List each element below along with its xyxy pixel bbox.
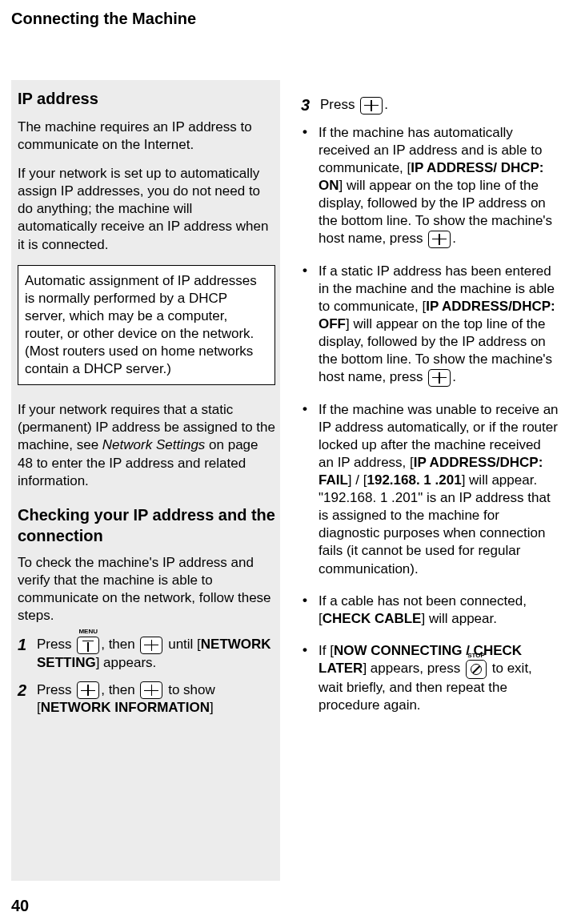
text: Press [320,97,359,112]
bullet-body: If the machine has automatically receive… [319,124,559,248]
paragraph: If your network requires that a static (… [18,401,275,489]
bullet-marker: • [301,593,319,609]
step-2: 2 Press , then to show [NETWORK INFORMAT… [18,681,275,717]
step-3: 3 Press . [301,96,559,114]
nav-button-icon [428,231,451,248]
bullet-marker: • [301,642,319,658]
bullet-item: • If a static IP address has been entere… [301,263,559,387]
text: ] will appear. "192.168. 1 .201" is an I… [319,472,551,576]
bullet-marker: • [301,263,319,279]
text: . [384,97,388,112]
reference-link: Network Settings [102,437,206,452]
text: . [452,369,456,384]
nav-button-icon [360,97,383,114]
bullet-body: If the machine was unable to receive an … [319,401,559,578]
text: If [ [319,643,334,658]
button-label: STOP [467,652,485,660]
left-column: IP address The machine requires an IP ad… [11,80,280,881]
text: ] will appear. [421,611,497,626]
nav-button-icon [77,681,99,699]
bullet-marker: • [301,401,319,417]
step-number: 3 [301,96,320,114]
step-number: 1 [18,636,37,653]
note-box: Automatic assignment of IP addresses is … [18,265,275,386]
text: , then [101,682,138,697]
bullet-item: • If the machine was unable to receive a… [301,401,559,578]
page-title: Connecting the Machine [0,0,565,29]
step-1: 1 Press MENU, then until [NETWORK SETTIN… [18,636,275,672]
paragraph: The machine requires an IP address to co… [18,119,275,154]
step-body: Press . [320,96,559,114]
text: ] / [ [348,472,367,488]
nav-button-icon [140,681,162,699]
heading-checking-ip: Checking your IP address and the connect… [18,504,275,546]
text: , then [101,637,138,652]
stop-button-icon: STOP [464,660,488,679]
menu-button-icon: MENU [75,636,101,654]
text: Press [37,637,75,652]
display-term: CHECK CABLE [323,611,422,626]
bullet-item: • If a cable has not been connected, [CH… [301,593,559,628]
step-body: Press MENU, then until [NETWORK SETTING]… [37,636,275,672]
right-column: 3 Press . • If the machine has automatic… [301,80,559,881]
step-body: Press , then to show [NETWORK INFORMATIO… [37,681,275,717]
bullet-marker: • [301,124,319,140]
text: . [452,231,456,246]
nav-button-icon [428,369,451,387]
content-columns: IP address The machine requires an IP ad… [11,80,559,881]
text: Press [37,682,75,697]
paragraph: If your network is set up to automatical… [18,165,275,253]
display-term: 192.168. 1 .201 [367,472,461,488]
step-number: 2 [18,681,37,699]
bullet-body: If a static IP address has been entered … [319,263,559,387]
paragraph: To check the machine's IP address and ve… [18,554,275,625]
text: ] appears, press [363,661,464,676]
page-number: 40 [11,895,29,916]
bullet-item: • If [NOW CONNECTING / CHECK LATER] appe… [301,642,559,714]
text: ] appears. [96,655,157,670]
bullet-body: If [NOW CONNECTING / CHECK LATER] appear… [319,642,559,714]
heading-ip-address: IP address [18,88,275,109]
display-term: NETWORK INFORMATION [41,700,210,715]
text: until [ [164,637,200,652]
bullet-body: If a cable has not been connected, [CHEC… [319,593,559,628]
bullet-item: • If the machine has automatically recei… [301,124,559,248]
nav-button-icon [140,637,162,654]
button-label: MENU [78,628,98,636]
text: ] [210,700,214,715]
